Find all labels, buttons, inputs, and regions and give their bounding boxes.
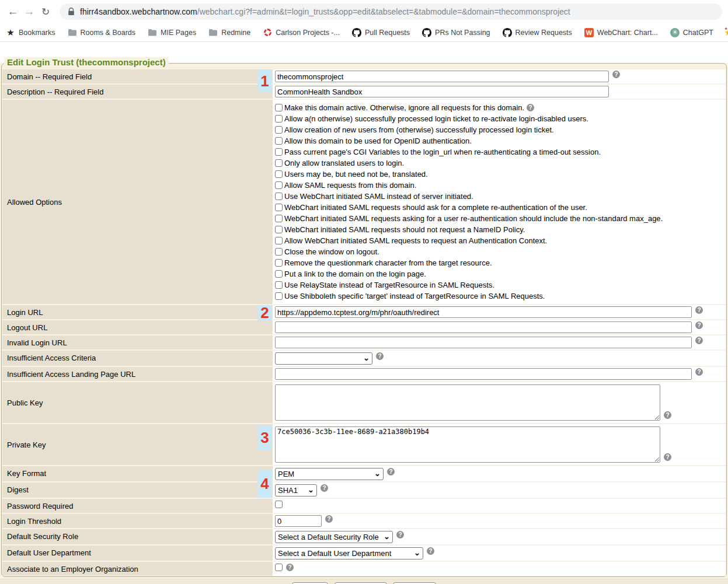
insufficient-access-criteria-label: Insufficient Access Criteria — [2, 351, 257, 366]
allowed-option[interactable]: WebChart initiated SAML requests should … — [275, 202, 663, 213]
default-security-role-select[interactable]: Select a Default Security Role — [275, 531, 393, 543]
allowed-option-text: Remove the questionmark character from t… — [284, 258, 492, 267]
help-icon[interactable]: ? — [695, 368, 703, 376]
allowed-option-checkbox[interactable] — [275, 193, 283, 200]
reload-icon[interactable]: ↻ — [37, 4, 54, 20]
bookmark-label: Rooms & Boards — [81, 29, 135, 37]
associate-employer-checkbox[interactable] — [275, 564, 283, 571]
allowed-option-checkbox[interactable] — [275, 259, 283, 267]
help-icon[interactable]: ? — [695, 337, 703, 344]
public-key-textarea[interactable] — [275, 384, 660, 421]
associate-employer-label: Associate to an Employer Organization — [2, 562, 257, 576]
default-user-department-select[interactable]: Select a Default User Department — [275, 547, 423, 559]
allowed-option-checkbox[interactable] — [275, 237, 283, 244]
bookmark-rooms-boards[interactable]: Rooms & Boards — [68, 28, 135, 37]
help-icon[interactable]: ? — [612, 71, 620, 78]
allowed-option[interactable]: Allow WebChart initiated SAML requests t… — [275, 235, 663, 246]
allowed-option-text: Make this domain active. Otherwise, igno… — [284, 103, 524, 112]
allowed-option-checkbox[interactable] — [275, 248, 283, 256]
allowed-option[interactable]: Allow this domain to be used for OpenID … — [275, 135, 663, 146]
private-key-textarea[interactable]: 7ce50036-3c3b-11ee-8689-a21a380b19b4 — [275, 426, 660, 463]
allowed-option[interactable]: WebChart initiated SAML requests should … — [275, 224, 663, 235]
allowed-option[interactable]: Close the window on logout. — [275, 246, 663, 257]
allowed-option[interactable]: Put a link to the domain on the login pa… — [275, 268, 663, 279]
allowed-option-checkbox[interactable] — [275, 181, 283, 189]
github-icon — [422, 28, 431, 37]
bookmark-prs-not-passing[interactable]: PRs Not Passing — [422, 28, 490, 37]
allowed-option[interactable]: Allow creation of new users from (otherw… — [275, 124, 663, 135]
domain-input[interactable] — [275, 71, 609, 82]
allowed-option[interactable]: Use WebChart initiated SAML instead of s… — [275, 191, 663, 202]
login-threshold-label: Login Threshold — [2, 514, 257, 528]
allowed-option[interactable]: Remove the questionmark character from t… — [275, 257, 663, 268]
allowed-option-checkbox[interactable] — [275, 226, 283, 233]
key-format-label: Key Format — [2, 466, 257, 481]
allowed-option-checkbox[interactable] — [275, 215, 283, 222]
row-private-key: Private Key 3 7ce50036-3c3b-11ee-8689-a2… — [2, 424, 726, 465]
browser-window: ← → ↻ fhirr4sandbox.webchartnow.com/webc… — [0, 0, 728, 584]
allowed-option-checkbox[interactable] — [275, 270, 283, 278]
allowed-option-checkbox[interactable] — [275, 281, 283, 289]
help-icon[interactable]: ? — [325, 515, 333, 523]
help-icon[interactable]: ? — [527, 104, 534, 111]
allowed-option[interactable]: Only allow translated users to login. — [275, 158, 663, 169]
allowed-option-text: Put a link to the domain on the login pa… — [284, 270, 426, 278]
allowed-option-checkbox[interactable] — [275, 104, 283, 111]
key-format-select[interactable]: PEM — [275, 468, 384, 480]
allowed-option[interactable]: Make this domain active. Otherwise, igno… — [275, 102, 663, 113]
logout-url-input[interactable] — [275, 321, 692, 333]
help-icon[interactable]: ? — [387, 468, 395, 475]
bookmark-mie-pages[interactable]: MIE Pages — [148, 28, 196, 37]
bookmark-redmine[interactable]: Redmine — [208, 28, 250, 37]
allowed-option-checkbox[interactable] — [275, 148, 283, 156]
allowed-option[interactable]: Use Shibboleth specific 'target' instead… — [275, 291, 663, 302]
help-icon[interactable]: ? — [427, 547, 434, 555]
help-icon[interactable]: ? — [664, 411, 671, 419]
allowed-option[interactable]: Use RelayState instead of TargetResource… — [275, 279, 663, 291]
help-icon[interactable]: ? — [286, 564, 294, 571]
allowed-option[interactable]: Allow a(n otherwise) successfully proces… — [275, 113, 663, 124]
allowed-option[interactable]: Users may be, but need not be, translate… — [275, 169, 663, 180]
help-icon[interactable]: ? — [695, 321, 703, 329]
allowed-option-checkbox[interactable] — [275, 159, 283, 167]
digest-select[interactable]: SHA1 — [275, 484, 317, 496]
back-icon[interactable]: ← — [5, 4, 21, 20]
bookmark-acc[interactable]: ★✦ Acc — [726, 28, 728, 37]
domain-label: Domain -- Required Field — [2, 69, 257, 83]
password-required-checkbox[interactable] — [275, 501, 283, 508]
insufficient-access-criteria-select[interactable] — [275, 352, 372, 365]
bookmark-label: Bookmarks — [19, 29, 55, 37]
login-threshold-input[interactable] — [275, 515, 322, 527]
allowed-option-checkbox[interactable] — [275, 115, 283, 123]
help-icon[interactable]: ? — [321, 484, 328, 492]
invalid-login-url-input[interactable] — [275, 337, 692, 348]
url-bar[interactable]: fhirr4sandbox.webchartnow.com/webchart.c… — [60, 4, 722, 20]
login-url-input[interactable] — [275, 306, 692, 318]
allowed-option[interactable]: WebChart initiated SAML requests asking … — [275, 213, 663, 224]
row-default-user-department: Default User Department Select a Default… — [2, 545, 726, 561]
allowed-options-label: Allowed Options — [2, 100, 257, 304]
help-icon[interactable]: ? — [396, 531, 404, 538]
insufficient-access-landing-page-url-input[interactable] — [275, 368, 692, 380]
help-icon[interactable]: ? — [664, 453, 671, 461]
lock-icon — [68, 8, 75, 16]
bookmark-bookmarks[interactable]: ★ Bookmarks — [6, 28, 55, 37]
bookmark-carlson-projects[interactable]: Carlson Projects -... — [263, 28, 340, 37]
help-icon[interactable]: ? — [695, 306, 703, 314]
bookmark-chatgpt[interactable]: ✳ ChatGPT — [670, 28, 713, 37]
allowed-option-checkbox[interactable] — [275, 170, 283, 178]
allowed-option-checkbox[interactable] — [275, 126, 283, 134]
allowed-option[interactable]: Pass current page's CGI Variables to the… — [275, 146, 663, 158]
allowed-option-checkbox[interactable] — [275, 292, 283, 300]
bookmark-webchart-chart[interactable]: W WebChart: Chart... — [584, 28, 658, 37]
help-icon[interactable]: ? — [376, 352, 384, 360]
allowed-option[interactable]: Allow SAML requests from this domain. — [275, 180, 663, 191]
bookmark-review-requests[interactable]: Review Requests — [503, 28, 572, 37]
forward-icon[interactable]: → — [21, 4, 37, 20]
allowed-option-checkbox[interactable] — [275, 204, 283, 211]
login-url-label: Login URL — [2, 305, 257, 319]
description-input[interactable] — [275, 86, 609, 97]
bookmark-pull-requests[interactable]: Pull Requests — [352, 28, 410, 37]
allowed-option-checkbox[interactable] — [275, 137, 283, 145]
github-icon — [352, 28, 361, 37]
